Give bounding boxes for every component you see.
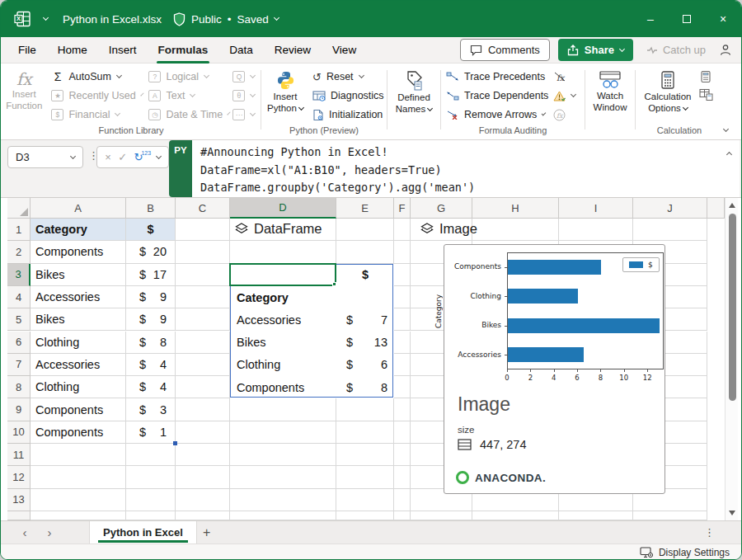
cell-B10[interactable]: $1 — [126, 421, 176, 444]
grid-cell-C14[interactable] — [176, 511, 230, 520]
calculate-now-button[interactable] — [699, 70, 717, 83]
grid-cell-A14[interactable] — [31, 511, 126, 520]
grid-cell-D9[interactable] — [230, 398, 336, 421]
sensitivity-save-status[interactable]: Public • Saved — [173, 12, 279, 26]
row-header-11[interactable]: 11 — [7, 444, 31, 466]
recently-used-button[interactable]: ★ Recently Used — [49, 87, 141, 105]
logical-button[interactable]: ? Logical — [146, 68, 225, 86]
image-card[interactable]: ComponentsClothingBikesAccessories024681… — [444, 244, 665, 494]
maximize-button[interactable] — [669, 1, 705, 37]
grid-cell-F14[interactable] — [394, 511, 411, 520]
grid-cell-F11[interactable] — [394, 444, 411, 466]
grid-cell-F8[interactable] — [394, 376, 411, 398]
row-header-10[interactable]: 10 — [7, 421, 31, 444]
scroll-down-arrow[interactable] — [729, 511, 735, 515]
row-header-2[interactable]: 2 — [7, 241, 31, 263]
sheet-tab-active[interactable]: Python in Excel — [89, 521, 197, 544]
tab-formulas[interactable]: Formulas — [148, 37, 219, 64]
cell-B6[interactable]: $8 — [126, 332, 176, 354]
grid-cell-E9[interactable] — [336, 398, 394, 421]
row-header-12[interactable]: 12 — [7, 466, 31, 488]
text-button[interactable]: A Text — [146, 87, 225, 105]
scroll-up-arrow[interactable] — [729, 203, 735, 208]
cell-B3[interactable]: $17 — [126, 264, 176, 286]
grid-cell-C8[interactable] — [176, 376, 230, 398]
column-header-C[interactable]: C — [176, 198, 230, 219]
row-header-8[interactable]: 8 — [7, 376, 31, 398]
row-header-7[interactable]: 7 — [7, 354, 31, 376]
grid-cell-D10[interactable] — [230, 421, 336, 444]
grid-cell-F3[interactable] — [394, 264, 411, 286]
calculate-sheet-button[interactable] — [699, 88, 717, 101]
close-button[interactable]: × — [705, 1, 741, 37]
select-all-corner[interactable] — [7, 198, 31, 219]
grid-cell-E2[interactable] — [336, 241, 394, 263]
collapse-ribbon-button[interactable] — [723, 126, 729, 132]
grid-cell-F2[interactable] — [394, 241, 411, 263]
cell-A5[interactable]: Bikes — [31, 308, 126, 331]
column-header-I[interactable]: I — [559, 198, 633, 219]
cell-B1-value-header[interactable]: $ — [126, 219, 176, 241]
display-settings-button[interactable]: Display Settings — [659, 547, 730, 558]
grid-cell-C9[interactable] — [176, 398, 230, 421]
tab-file[interactable]: File — [7, 37, 47, 64]
grid-cell-D12[interactable] — [230, 466, 336, 488]
grid-cell-F6[interactable] — [394, 332, 411, 354]
row-header-5[interactable]: 5 — [7, 308, 31, 331]
scrollbar-thumb[interactable] — [729, 214, 736, 401]
cell-A2[interactable]: Components — [31, 241, 126, 263]
cell-A1-category-header[interactable]: Category — [31, 219, 126, 241]
grid-cell-B14[interactable] — [126, 511, 176, 520]
grid-cell-J14[interactable] — [633, 511, 707, 520]
grid-cell-C11[interactable] — [176, 444, 230, 466]
cell-B2[interactable]: $20 — [126, 241, 176, 263]
column-header-H[interactable]: H — [472, 198, 559, 219]
cell-B7[interactable]: $4 — [126, 354, 176, 376]
grid-cell-F7[interactable] — [394, 354, 411, 376]
cell-A7[interactable]: Accessories — [31, 354, 126, 376]
grid-cell-A13[interactable] — [31, 489, 126, 511]
grid-cell-B13[interactable] — [126, 489, 176, 511]
grid-cell-A11[interactable] — [31, 444, 126, 466]
catch-up-button[interactable]: Catch up — [641, 44, 711, 56]
defined-names-button[interactable]: Defined Names — [391, 68, 437, 139]
row-header-1[interactable]: 1 — [7, 219, 31, 241]
share-button[interactable]: Share — [558, 39, 633, 61]
cell-B8[interactable]: $4 — [126, 376, 176, 398]
insert-function-button[interactable]: fx Insert Function — [4, 68, 44, 124]
row-header-3[interactable]: 3 — [7, 264, 31, 286]
column-header-J[interactable]: J — [633, 198, 707, 219]
cell-A10[interactable]: Components — [31, 421, 126, 444]
grid-cell-H1[interactable] — [472, 219, 559, 241]
row-header-6[interactable]: 6 — [7, 332, 31, 354]
grid-cell-F10[interactable] — [394, 421, 411, 444]
cell-A9[interactable]: Components — [31, 398, 126, 421]
initialization-button[interactable]: Initialization — [310, 106, 383, 124]
column-header-D[interactable]: D — [230, 198, 336, 219]
grid-cell-D11[interactable] — [230, 444, 336, 466]
grid-cell-F12[interactable] — [394, 466, 411, 488]
math-trig-button[interactable]: θ — [230, 87, 258, 105]
tab-insert[interactable]: Insert — [98, 37, 148, 64]
grid-cell-F5[interactable] — [394, 308, 411, 331]
reset-button[interactable]: ↺ Reset — [310, 68, 383, 86]
grid-cell-I14[interactable] — [559, 511, 633, 520]
grid-cell-C13[interactable] — [176, 489, 230, 511]
column-header-A[interactable]: A — [31, 198, 126, 219]
grid-cell-F4[interactable] — [394, 286, 411, 308]
grid-cell-F13[interactable] — [394, 489, 411, 511]
sheet-bar-menu[interactable]: ⋮ — [704, 526, 715, 539]
grid-cell-D13[interactable] — [230, 489, 336, 511]
cell-B4[interactable]: $9 — [126, 286, 176, 308]
grid-cell-B12[interactable] — [126, 466, 176, 488]
grid-cell-C4[interactable] — [176, 286, 230, 308]
row-header-4[interactable]: 4 — [7, 286, 31, 308]
grid-cell-C2[interactable] — [176, 241, 230, 263]
column-header-G[interactable]: G — [411, 198, 472, 219]
grid-cell-J1[interactable] — [633, 219, 707, 241]
date-time-button[interactable]: ◷ Date & Time — [146, 106, 225, 124]
next-sheet-button[interactable]: › — [37, 525, 62, 539]
excel-app-icon[interactable]: X — [14, 10, 32, 28]
grid-cell-E11[interactable] — [336, 444, 394, 466]
quick-access-chevron-icon[interactable] — [43, 15, 49, 21]
